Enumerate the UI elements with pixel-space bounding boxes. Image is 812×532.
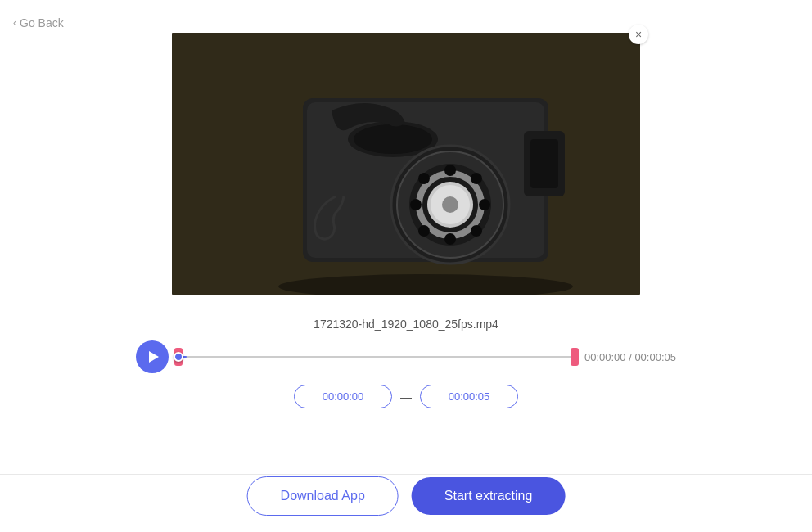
trim-handle-right[interactable] bbox=[571, 348, 579, 366]
svg-point-12 bbox=[442, 196, 458, 213]
player-controls: 00:00:00 / 00:00:05 bbox=[136, 340, 676, 373]
player-section: 1721320-hd_1920_1080_25fps.mp4 00:00:00 … bbox=[136, 318, 676, 408]
footer-divider bbox=[0, 474, 812, 475]
close-video-button[interactable]: × bbox=[629, 25, 648, 44]
video-preview: × bbox=[172, 33, 640, 295]
svg-point-14 bbox=[471, 173, 482, 184]
chevron-left-icon: ‹ bbox=[13, 17, 16, 29]
svg-rect-22 bbox=[530, 139, 558, 188]
playhead[interactable] bbox=[174, 352, 183, 362]
svg-point-20 bbox=[418, 173, 430, 184]
time-display: 00:00:00 / 00:00:05 bbox=[584, 351, 676, 363]
go-back-button[interactable]: ‹ Go Back bbox=[13, 16, 64, 29]
svg-point-5 bbox=[354, 124, 432, 154]
range-end-input[interactable] bbox=[420, 385, 518, 408]
main-content: × bbox=[0, 0, 812, 408]
time-range: — bbox=[294, 385, 518, 408]
start-extracting-button[interactable]: Start extracting bbox=[412, 477, 566, 515]
svg-point-18 bbox=[418, 225, 430, 237]
range-start-input[interactable] bbox=[294, 385, 392, 408]
svg-point-17 bbox=[444, 233, 456, 245]
svg-point-13 bbox=[444, 165, 456, 176]
play-icon bbox=[149, 351, 159, 363]
download-app-button[interactable]: Download App bbox=[247, 476, 399, 516]
video-thumbnail bbox=[172, 33, 640, 295]
footer-buttons: Download App Start extracting bbox=[247, 476, 566, 516]
svg-point-16 bbox=[471, 225, 482, 237]
phone-image-svg bbox=[172, 33, 640, 295]
svg-point-19 bbox=[410, 199, 422, 210]
time-range-dash: — bbox=[400, 390, 412, 404]
play-button[interactable] bbox=[136, 340, 169, 373]
track-background bbox=[178, 356, 575, 358]
filename-label: 1721320-hd_1920_1080_25fps.mp4 bbox=[314, 318, 498, 331]
timeline-track[interactable] bbox=[178, 345, 575, 369]
svg-point-15 bbox=[479, 199, 490, 210]
close-icon: × bbox=[635, 28, 642, 41]
go-back-label: Go Back bbox=[20, 16, 64, 29]
